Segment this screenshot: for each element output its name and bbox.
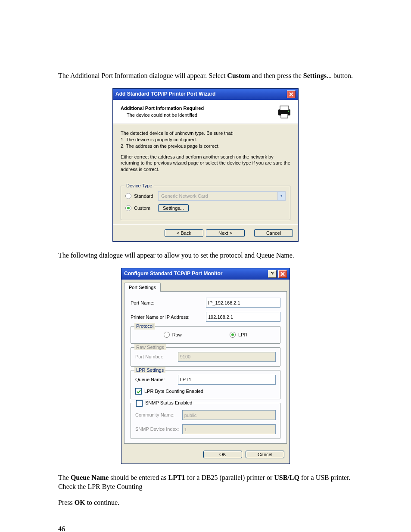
community-name-label: Community Name: xyxy=(135,412,182,418)
configure-port-dialog: Configure Standard TCP/IP Port Monitor ?… xyxy=(121,268,290,464)
instruction-text-2: Either correct the address and perform a… xyxy=(121,154,290,173)
svg-rect-1 xyxy=(280,106,289,110)
wizard-titlebar[interactable]: Add Standard TCP/IP Printer Port Wizard xyxy=(113,89,298,100)
lpr-byte-counting-checkbox[interactable] xyxy=(135,388,142,395)
queue-name-label: Queue Name: xyxy=(135,376,178,383)
radio-standard[interactable] xyxy=(125,193,131,199)
community-name-input xyxy=(182,410,276,420)
protocol-legend: Protocol xyxy=(134,323,155,329)
snmp-fieldset: SNMP Status Enabled Community Name: SNMP… xyxy=(131,403,280,439)
radio-raw[interactable] xyxy=(164,332,170,338)
device-type-select: Generic Network Card ▾ xyxy=(158,191,286,201)
next-button[interactable]: Next > xyxy=(206,229,245,237)
lpr-byte-counting-label: LPR Byte Counting Enabled xyxy=(144,389,203,394)
page-number: 46 xyxy=(58,525,353,532)
printer-icon xyxy=(276,103,293,120)
snmp-index-input xyxy=(182,424,276,434)
cancel-button[interactable]: Cancel xyxy=(246,451,284,458)
wizard-header-sub: The device could not be identified. xyxy=(121,112,276,118)
configure-titlebar[interactable]: Configure Standard TCP/IP Port Monitor ? xyxy=(121,268,290,280)
add-port-wizard-dialog: Add Standard TCP/IP Printer Port Wizard … xyxy=(112,88,299,242)
wizard-header: Additional Port Information Required The… xyxy=(113,100,298,124)
svg-rect-2 xyxy=(281,114,288,118)
raw-settings-fieldset: Raw Settings Port Number: xyxy=(131,347,280,367)
device-type-fieldset: Device Type Standard Generic Network Car… xyxy=(121,186,290,220)
close-icon[interactable] xyxy=(278,270,287,278)
port-name-input[interactable] xyxy=(206,298,280,308)
cancel-button[interactable]: Cancel xyxy=(254,229,293,237)
instruction-paragraph-1: The Additional Port Information dialogue… xyxy=(58,72,353,81)
instruction-text: The detected device is of unknown type. … xyxy=(121,130,290,149)
help-icon[interactable]: ? xyxy=(268,270,277,278)
printer-address-input[interactable] xyxy=(206,312,280,322)
radio-custom[interactable] xyxy=(125,205,131,211)
svg-point-3 xyxy=(288,110,290,112)
lpr-settings-legend: LPR Settings xyxy=(134,367,165,373)
raw-settings-legend: Raw Settings xyxy=(134,344,166,350)
radio-custom-label: Custom xyxy=(134,205,156,211)
settings-button[interactable]: Settings... xyxy=(158,204,189,212)
chevron-down-icon: ▾ xyxy=(277,192,285,200)
ok-button[interactable]: OK xyxy=(203,451,242,458)
port-number-input xyxy=(178,352,276,362)
queue-name-input[interactable] xyxy=(178,375,276,385)
instruction-paragraph-3: The Queue Name should be entered as LPT1… xyxy=(58,473,353,482)
device-type-legend: Device Type xyxy=(125,183,154,189)
instruction-paragraph-2: The following dialogue will appear to al… xyxy=(58,251,353,260)
radio-lpr-label: LPR xyxy=(238,332,247,338)
wizard-title: Add Standard TCP/IP Printer Port Wizard xyxy=(115,91,215,98)
port-name-label: Port Name: xyxy=(131,300,206,306)
radio-standard-label: Standard xyxy=(134,193,156,199)
snmp-enabled-checkbox[interactable] xyxy=(136,400,143,407)
instruction-paragraph-4: Check the LPR Byte Counting xyxy=(58,482,353,492)
printer-address-label: Printer Name or IP Address: xyxy=(131,314,206,320)
close-icon[interactable] xyxy=(287,90,296,98)
snmp-index-label: SNMP Device Index: xyxy=(135,426,182,432)
instruction-paragraph-5: Press OK to continue. xyxy=(58,498,353,507)
radio-lpr[interactable] xyxy=(230,332,236,338)
protocol-fieldset: Protocol Raw LPR xyxy=(131,326,280,343)
port-number-label: Port Number: xyxy=(135,354,178,360)
wizard-header-title: Additional Port Information Required xyxy=(121,105,276,111)
snmp-enabled-label: SNMP Status Enabled xyxy=(145,400,192,405)
back-button[interactable]: < Back xyxy=(165,229,203,237)
configure-title: Configure Standard TCP/IP Port Monitor xyxy=(124,271,222,277)
tab-port-settings[interactable]: Port Settings xyxy=(124,283,161,292)
lpr-settings-fieldset: LPR Settings Queue Name: LPR Byte Counti… xyxy=(131,370,280,400)
radio-raw-label: Raw xyxy=(172,332,182,338)
